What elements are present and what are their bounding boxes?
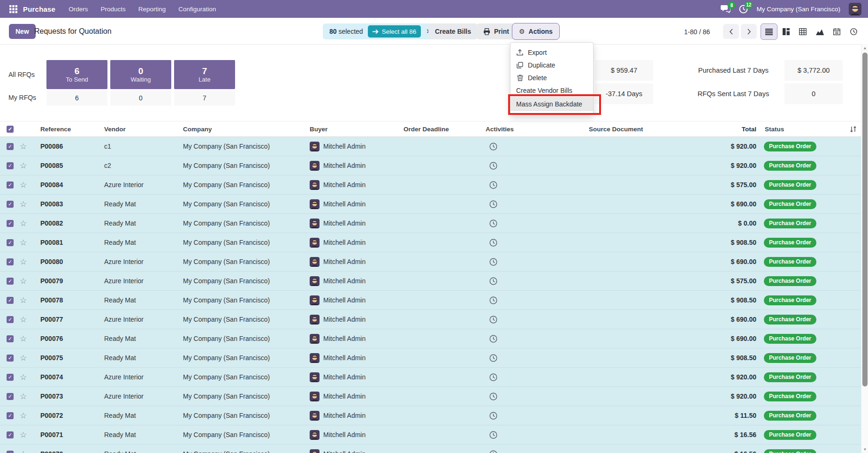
favorite-star-icon[interactable]: ☆: [20, 199, 33, 209]
print-button[interactable]: Print: [477, 23, 516, 39]
activities-icon[interactable]: 12: [739, 5, 748, 14]
row-checkbox[interactable]: ✓: [7, 220, 14, 227]
row-checkbox[interactable]: ✓: [7, 374, 14, 381]
activity-clock-icon[interactable]: [486, 335, 589, 343]
pager-next-button[interactable]: [741, 24, 757, 39]
view-activity-button[interactable]: [845, 23, 862, 40]
select-all-checkbox[interactable]: ✓: [7, 126, 14, 133]
activity-clock-icon[interactable]: [486, 181, 589, 189]
menu-item-create-vendor-bills[interactable]: Create Vendor Bills: [510, 84, 593, 97]
row-checkbox[interactable]: ✓: [7, 181, 14, 189]
activity-clock-icon[interactable]: [486, 354, 589, 362]
menu-products[interactable]: Products: [100, 6, 125, 13]
table-row[interactable]: ✓ ☆ P00079 Azure Interior My Company (Sa…: [0, 272, 861, 291]
favorite-star-icon[interactable]: ☆: [20, 238, 33, 247]
table-row[interactable]: ✓ ☆ P00084 Azure Interior My Company (Sa…: [0, 175, 861, 195]
table-row[interactable]: ✓ ☆ P00071 Ready Mat My Company (San Fra…: [0, 425, 861, 445]
favorite-star-icon[interactable]: ☆: [20, 372, 33, 382]
row-checkbox[interactable]: ✓: [7, 239, 14, 246]
favorite-star-icon[interactable]: ☆: [20, 430, 33, 439]
header-vendor[interactable]: Vendor: [104, 126, 183, 133]
table-row[interactable]: ✓ ☆ P00074 Azure Interior My Company (Sa…: [0, 368, 861, 387]
favorite-star-icon[interactable]: ☆: [20, 276, 33, 286]
favorite-star-icon[interactable]: ☆: [20, 315, 33, 324]
kpi-late[interactable]: 7 Late: [174, 60, 235, 89]
activity-clock-icon[interactable]: [486, 258, 589, 266]
header-source-document[interactable]: Source Document: [589, 126, 690, 133]
table-row[interactable]: ✓ ☆ P00070 Ready Mat My Company (San Fra…: [0, 445, 861, 453]
row-checkbox[interactable]: ✓: [7, 451, 14, 453]
my-kpi-to-send[interactable]: 6: [46, 90, 107, 106]
favorite-star-icon[interactable]: ☆: [20, 392, 33, 401]
favorite-star-icon[interactable]: ☆: [20, 180, 33, 189]
optional-columns-icon[interactable]: [845, 126, 861, 133]
favorite-star-icon[interactable]: ☆: [20, 219, 33, 228]
header-activities[interactable]: Activities: [486, 126, 589, 133]
header-company[interactable]: Company: [183, 126, 310, 133]
row-checkbox[interactable]: ✓: [7, 335, 14, 342]
row-checkbox[interactable]: ✓: [7, 143, 14, 150]
table-row[interactable]: ✓ ☆ P00080 Azure Interior My Company (Sa…: [0, 252, 861, 272]
menu-item-export[interactable]: Export: [510, 46, 593, 59]
menu-reporting[interactable]: Reporting: [138, 6, 166, 13]
activity-clock-icon[interactable]: [486, 431, 589, 439]
view-pivot-button[interactable]: [794, 23, 811, 40]
menu-item-delete[interactable]: Delete: [510, 71, 593, 84]
row-checkbox[interactable]: ✓: [7, 278, 14, 285]
my-kpi-waiting[interactable]: 0: [110, 90, 171, 106]
vertical-scrollbar[interactable]: ▲ ▼: [861, 44, 868, 453]
row-checkbox[interactable]: ✓: [7, 431, 14, 438]
scroll-up-arrow[interactable]: ▲: [861, 44, 868, 52]
create-bills-button[interactable]: Create Bills: [428, 23, 478, 39]
favorite-star-icon[interactable]: ☆: [20, 411, 33, 420]
select-all-button[interactable]: Select all 86: [368, 25, 421, 38]
table-row[interactable]: ✓ ☆ P00072 Ready Mat My Company (San Fra…: [0, 406, 861, 425]
activity-clock-icon[interactable]: [486, 316, 589, 324]
row-checkbox[interactable]: ✓: [7, 316, 14, 323]
menu-item-duplicate[interactable]: Duplicate: [510, 59, 593, 71]
favorite-star-icon[interactable]: ☆: [20, 449, 33, 453]
table-row[interactable]: ✓ ☆ P00085 c2 My Company (San Francisco): [0, 156, 861, 175]
table-row[interactable]: ✓ ☆ P00075 Ready Mat My Company (San Fra…: [0, 348, 861, 368]
scroll-down-arrow[interactable]: ▼: [861, 445, 868, 453]
row-checkbox[interactable]: ✓: [7, 258, 14, 265]
table-row[interactable]: ✓ ☆ P00081 Ready Mat My Company (San Fra…: [0, 233, 861, 252]
kpi-to-send[interactable]: 6 To Send: [46, 60, 107, 89]
row-checkbox[interactable]: ✓: [7, 297, 14, 304]
header-total[interactable]: Total: [690, 126, 758, 133]
activity-clock-icon[interactable]: [486, 219, 589, 227]
table-row[interactable]: ✓ ☆ P00083 Ready Mat My Company (San Fra…: [0, 195, 861, 214]
company-switcher[interactable]: My Company (San Francisco): [756, 6, 840, 13]
row-checkbox[interactable]: ✓: [7, 355, 14, 362]
view-kanban-button[interactable]: [777, 23, 794, 40]
row-checkbox[interactable]: ✓: [7, 162, 14, 169]
row-checkbox[interactable]: ✓: [7, 393, 14, 400]
activity-clock-icon[interactable]: [486, 277, 589, 285]
favorite-star-icon[interactable]: ☆: [20, 257, 33, 266]
menu-configuration[interactable]: Configuration: [178, 6, 216, 13]
view-calendar-button[interactable]: [828, 23, 845, 40]
activity-clock-icon[interactable]: [486, 162, 589, 170]
table-row[interactable]: ✓ ☆ P00076 Ready Mat My Company (San Fra…: [0, 329, 861, 348]
header-reference[interactable]: Reference: [33, 126, 104, 133]
favorite-star-icon[interactable]: ☆: [20, 353, 33, 362]
activity-clock-icon[interactable]: [486, 450, 589, 453]
favorite-star-icon[interactable]: ☆: [20, 161, 33, 170]
header-status[interactable]: Status: [758, 126, 845, 133]
menu-orders[interactable]: Orders: [69, 6, 88, 13]
activity-clock-icon[interactable]: [486, 373, 589, 381]
table-row[interactable]: ✓ ☆ P00086 c1 My Company (San Francisco): [0, 137, 861, 156]
my-kpi-late[interactable]: 7: [174, 90, 235, 106]
row-checkbox[interactable]: ✓: [7, 412, 14, 419]
new-button[interactable]: New: [9, 24, 36, 39]
user-avatar[interactable]: [849, 3, 861, 15]
activity-clock-icon[interactable]: [486, 200, 589, 208]
table-row[interactable]: ✓ ☆ P00073 Azure Interior My Company (Sa…: [0, 387, 861, 406]
activity-clock-icon[interactable]: [486, 393, 589, 400]
activity-clock-icon[interactable]: [486, 296, 589, 304]
header-buyer[interactable]: Buyer: [310, 126, 404, 133]
apps-grid-icon[interactable]: [9, 5, 17, 13]
header-order-deadline[interactable]: Order Deadline: [404, 126, 486, 133]
table-row[interactable]: ✓ ☆ P00082 Ready Mat My Company (San Fra…: [0, 214, 861, 233]
row-checkbox[interactable]: ✓: [7, 201, 14, 208]
